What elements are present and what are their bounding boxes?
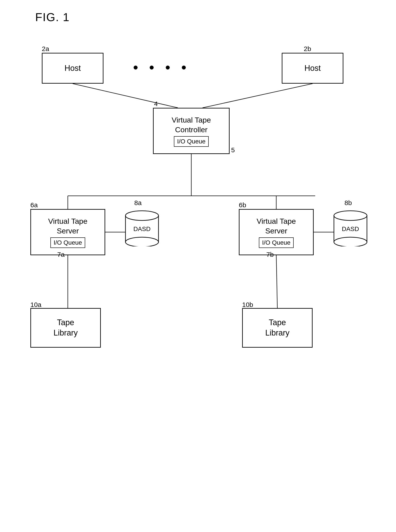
ref-10b: 10b bbox=[242, 301, 253, 309]
dot-3 bbox=[166, 66, 170, 69]
ref-10a: 10a bbox=[30, 301, 41, 309]
dot-2 bbox=[150, 66, 154, 69]
vtc-box: Virtual Tape Controller I/O Queue bbox=[153, 108, 230, 154]
svg-point-16 bbox=[334, 237, 367, 246]
svg-point-15 bbox=[334, 211, 367, 220]
svg-point-11 bbox=[125, 211, 158, 220]
ref-5: 5 bbox=[231, 146, 235, 154]
vts-b-io-queue: I/O Queue bbox=[259, 237, 293, 248]
ref-7a: 7a bbox=[57, 251, 64, 258]
ref-7b: 7b bbox=[266, 251, 274, 258]
ref-2a: 2a bbox=[42, 45, 49, 53]
host-a-label: Host bbox=[64, 63, 81, 74]
host-b-box: Host bbox=[282, 53, 344, 84]
svg-point-12 bbox=[125, 237, 158, 246]
vtc-io-label: I/O Queue bbox=[177, 138, 205, 145]
vts-a-io-label: I/O Queue bbox=[53, 239, 82, 246]
tape-library-a-box: Tape Library bbox=[30, 308, 101, 348]
dot-1 bbox=[134, 66, 138, 69]
vts-a-box: Virtual Tape Server I/O Queue bbox=[30, 209, 105, 255]
ref-8b: 8b bbox=[344, 199, 352, 206]
ref-2b: 2b bbox=[304, 45, 311, 53]
ref-6a: 6a bbox=[30, 201, 38, 209]
vts-b-io-label: I/O Queue bbox=[262, 239, 290, 246]
svg-text:DASD: DASD bbox=[342, 225, 359, 232]
dot-4 bbox=[182, 66, 186, 69]
vts-b-box: Virtual Tape Server I/O Queue bbox=[239, 209, 314, 255]
tape-library-a-label: Tape Library bbox=[53, 317, 78, 338]
vts-a-label: Virtual Tape Server bbox=[48, 216, 87, 236]
svg-line-9 bbox=[276, 255, 277, 308]
tape-library-b-box: Tape Library bbox=[242, 308, 313, 348]
diagram: FIG. 1 2a Host 2b Host bbox=[0, 0, 396, 532]
svg-line-1 bbox=[203, 84, 313, 108]
vts-b-label: Virtual Tape Server bbox=[257, 216, 296, 236]
vtc-label: Virtual Tape Controller bbox=[172, 115, 211, 134]
dasd-a: DASD bbox=[124, 209, 160, 247]
tape-library-b-label: Tape Library bbox=[265, 317, 290, 338]
host-a-box: Host bbox=[42, 53, 104, 84]
vts-a-io-queue: I/O Queue bbox=[50, 237, 85, 248]
ref-4: 4 bbox=[154, 100, 158, 108]
host-b-label: Host bbox=[304, 63, 321, 74]
ref-6b: 6b bbox=[239, 201, 246, 209]
svg-text:DASD: DASD bbox=[133, 225, 151, 232]
ref-8a: 8a bbox=[134, 199, 141, 206]
figure-title: FIG. 1 bbox=[35, 11, 70, 24]
dasd-b: DASD bbox=[333, 209, 368, 247]
vtc-io-queue: I/O Queue bbox=[174, 136, 209, 147]
svg-line-0 bbox=[73, 84, 178, 108]
